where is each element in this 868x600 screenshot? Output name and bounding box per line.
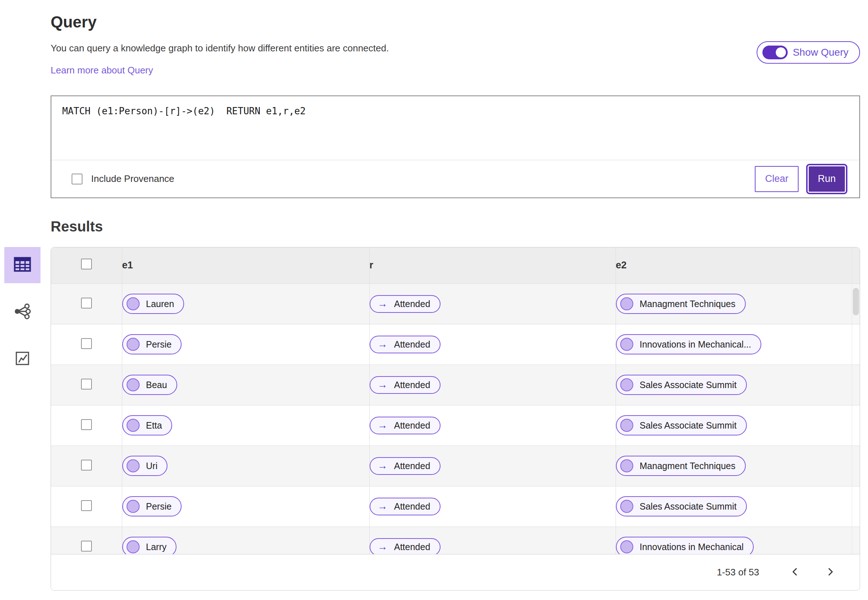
pagination-range-label: 1-53 of 53 xyxy=(717,567,759,578)
row-checkbox[interactable] xyxy=(81,541,92,552)
relation-pill[interactable]: →Attended xyxy=(370,457,441,475)
query-description: You can query a knowledge graph to ident… xyxy=(51,43,389,54)
query-header-row: You can query a knowledge graph to ident… xyxy=(51,43,860,76)
arrow-right-icon: → xyxy=(377,461,388,471)
column-header-r: r xyxy=(369,247,615,283)
pagination-bar: 1-53 of 53 xyxy=(51,554,860,590)
column-header-e1: e1 xyxy=(122,247,369,283)
include-provenance-checkbox[interactable] xyxy=(71,174,82,185)
arrow-right-icon: → xyxy=(377,542,388,552)
toggle-knob xyxy=(776,47,786,58)
row-checkbox[interactable] xyxy=(81,500,92,511)
row-checkbox[interactable] xyxy=(81,379,92,389)
query-input[interactable]: MATCH (e1:Person)-[r]->(e2) RETURN e1,r,… xyxy=(52,96,859,160)
row-checkbox[interactable] xyxy=(81,460,92,471)
relation-pill[interactable]: →Attended xyxy=(370,498,441,515)
chart-view-button[interactable] xyxy=(5,341,41,377)
entity-node-icon xyxy=(620,338,633,351)
table-row: Persie →Attended Sales Associate Summit xyxy=(51,486,860,527)
results-table: e1 r e2 Lauren →Attended Managment Techn… xyxy=(51,247,860,554)
arrow-right-icon: → xyxy=(377,299,388,309)
chevron-right-icon xyxy=(825,567,836,578)
entity-pill[interactable]: Etta xyxy=(122,415,172,435)
page-title: Query xyxy=(51,13,860,31)
arrow-right-icon: → xyxy=(377,339,388,349)
table-row: Uri →Attended Managment Techniques xyxy=(51,445,860,486)
table-header-row: e1 r e2 xyxy=(51,247,860,283)
arrow-right-icon: → xyxy=(377,420,388,430)
relation-pill[interactable]: →Attended xyxy=(370,336,441,353)
relation-pill[interactable]: →Attended xyxy=(370,295,441,313)
entity-pill[interactable]: Sales Associate Summit xyxy=(616,375,747,395)
entity-node-icon xyxy=(127,338,139,351)
table-scrollbar-thumb[interactable] xyxy=(853,288,859,315)
entity-node-icon xyxy=(620,378,633,391)
toolbar-buttons: Clear Run xyxy=(755,166,847,192)
previous-page-button[interactable] xyxy=(787,564,803,580)
results-area: e1 r e2 Lauren →Attended Managment Techn… xyxy=(0,247,860,591)
toggle-on-icon xyxy=(762,45,788,59)
learn-more-link[interactable]: Learn more about Query xyxy=(51,65,153,76)
query-page: Query You can query a knowledge graph to… xyxy=(0,13,868,600)
query-description-block: You can query a knowledge graph to ident… xyxy=(51,43,389,76)
view-switcher xyxy=(0,247,51,377)
table-row: Persie →Attended Innovations in Mechanic… xyxy=(51,324,860,365)
relation-pill[interactable]: →Attended xyxy=(370,376,441,394)
entity-pill[interactable]: Innovations in Mechanical... xyxy=(616,334,762,355)
query-editor-card: MATCH (e1:Person)-[r]->(e2) RETURN e1,r,… xyxy=(51,95,860,198)
results-table-viewport: e1 r e2 Lauren →Attended Managment Techn… xyxy=(51,247,860,554)
show-query-toggle[interactable]: Show Query xyxy=(757,41,860,64)
entity-pill[interactable]: Lauren xyxy=(122,294,185,314)
table-row: Lauren →Attended Managment Techniques xyxy=(51,283,860,324)
entity-node-icon xyxy=(127,500,139,513)
relation-pill[interactable]: →Attended xyxy=(370,538,441,554)
show-query-label: Show Query xyxy=(793,47,848,58)
table-view-button[interactable] xyxy=(5,247,41,283)
entity-pill[interactable]: Persie xyxy=(122,334,182,355)
results-card: e1 r e2 Lauren →Attended Managment Techn… xyxy=(51,247,860,591)
entity-node-icon xyxy=(127,419,139,432)
table-row: Beau →Attended Sales Associate Summit xyxy=(51,365,860,405)
select-all-checkbox[interactable] xyxy=(81,259,92,270)
entity-node-icon xyxy=(620,500,633,513)
entity-node-icon xyxy=(620,297,633,310)
entity-node-icon xyxy=(620,419,633,432)
entity-node-icon xyxy=(127,297,139,310)
results-title: Results xyxy=(51,218,860,235)
entity-node-icon xyxy=(127,540,139,553)
next-page-button[interactable] xyxy=(823,564,838,580)
entity-pill[interactable]: Innovations in Mechanical xyxy=(616,537,754,554)
clear-button[interactable]: Clear xyxy=(755,166,798,192)
table-row: Larry →Attended Innovations in Mechanica… xyxy=(51,527,860,554)
entity-node-icon xyxy=(127,378,139,391)
entity-node-icon xyxy=(620,540,633,553)
entity-pill[interactable]: Managment Techniques xyxy=(616,456,746,476)
column-header-e2: e2 xyxy=(615,247,860,283)
query-toolbar: Include Provenance Clear Run xyxy=(52,160,859,197)
entity-pill[interactable]: Sales Associate Summit xyxy=(616,496,747,517)
entity-pill[interactable]: Sales Associate Summit xyxy=(616,415,747,435)
relation-pill[interactable]: →Attended xyxy=(370,417,441,434)
table-scrollbar-track[interactable] xyxy=(852,247,860,554)
entity-pill[interactable]: Uri xyxy=(122,456,168,476)
arrow-right-icon: → xyxy=(377,380,388,390)
run-button[interactable]: Run xyxy=(809,167,845,192)
row-checkbox[interactable] xyxy=(81,298,92,309)
entity-node-icon xyxy=(620,459,633,472)
table-icon xyxy=(12,254,33,276)
entity-pill[interactable]: Larry xyxy=(122,537,177,554)
entity-pill[interactable]: Beau xyxy=(122,375,177,395)
include-provenance-label: Include Provenance xyxy=(91,173,174,185)
entity-node-icon xyxy=(127,459,139,472)
graph-view-button[interactable] xyxy=(5,294,41,330)
arrow-right-icon: → xyxy=(377,501,388,511)
graph-icon xyxy=(13,302,32,323)
chart-icon xyxy=(14,350,31,368)
row-checkbox[interactable] xyxy=(81,419,92,430)
entity-pill[interactable]: Managment Techniques xyxy=(616,294,746,314)
table-row: Etta →Attended Sales Associate Summit xyxy=(51,405,860,445)
row-checkbox[interactable] xyxy=(81,338,92,349)
chevron-left-icon xyxy=(789,567,800,578)
entity-pill[interactable]: Persie xyxy=(122,496,182,517)
